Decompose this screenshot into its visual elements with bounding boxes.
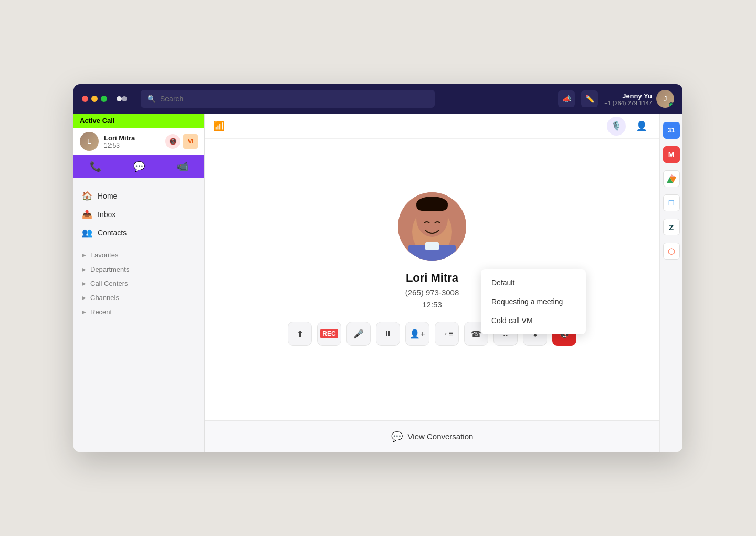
coaching-icon: ☎ bbox=[471, 329, 481, 339]
dropdown-cold-call[interactable]: Cold call VM bbox=[481, 311, 586, 330]
view-conversation-bar[interactable]: 💬 View Conversation bbox=[205, 420, 659, 452]
app-window: 🔍 📣 ✏️ Jenny Yu +1 (264) 279-1147 J bbox=[74, 84, 682, 452]
traffic-lights bbox=[82, 96, 107, 102]
svg-rect-6 bbox=[425, 242, 439, 250]
contact-name: Lori Mitra bbox=[406, 271, 458, 285]
screen-share-icon: ⬆ bbox=[297, 329, 303, 339]
intercom-icon[interactable]: □ bbox=[663, 194, 680, 211]
home-icon: 🏠 bbox=[82, 191, 92, 201]
contact-photo-svg bbox=[398, 192, 466, 261]
gdrive-icon[interactable] bbox=[663, 170, 680, 187]
caller-avatar-image: L bbox=[80, 132, 99, 151]
microphone-button[interactable]: 🎙️ bbox=[607, 117, 626, 136]
hubspot-icon[interactable]: ⬡ bbox=[663, 243, 680, 260]
signal-icon: 📶 bbox=[213, 120, 225, 132]
record-icon: REC bbox=[320, 329, 338, 338]
mute-icon: 🎤 bbox=[353, 329, 364, 339]
arrow-icon-departments: ▶ bbox=[82, 266, 86, 272]
nav-inbox-label: Inbox bbox=[98, 210, 116, 219]
arrow-icon-callcenters: ▶ bbox=[82, 281, 86, 286]
favorites-label: Favorites bbox=[90, 251, 118, 259]
nav-call-centers[interactable]: ▶ Call Centers bbox=[74, 276, 204, 291]
nav-inbox[interactable]: 📥 Inbox bbox=[74, 205, 204, 223]
header-right: 📣 ✏️ Jenny Yu +1 (264) 279-1147 J bbox=[558, 90, 674, 108]
contact-duration: 12:53 bbox=[422, 300, 442, 309]
zendesk-icon[interactable]: Z bbox=[663, 219, 680, 235]
nav-channels[interactable]: ▶ Channels bbox=[74, 291, 204, 305]
chat-icon: 💬 bbox=[133, 161, 145, 172]
add-call-button[interactable]: 👤+ bbox=[405, 322, 429, 346]
contact-photo bbox=[398, 192, 466, 261]
nav-favorites[interactable]: ▶ Favorites bbox=[74, 248, 204, 262]
mic-icon: 🎙️ bbox=[611, 121, 622, 131]
content-header-right: 🎙️ 👤 bbox=[607, 117, 651, 136]
active-call-section: Active Call L Lori Mitra 12:53 📵 Vi bbox=[74, 114, 204, 178]
svg-rect-8 bbox=[416, 200, 448, 211]
phone-action-button[interactable]: 📞 bbox=[74, 155, 117, 178]
dropdown-default[interactable]: Default bbox=[481, 273, 586, 292]
callcenters-label: Call Centers bbox=[90, 280, 128, 287]
mute-button[interactable]: 🎤 bbox=[346, 322, 371, 346]
view-conversation-label: View Conversation bbox=[408, 432, 474, 441]
nav-groups: ▶ Favorites ▶ Departments ▶ Call Centers… bbox=[74, 246, 204, 321]
recent-label: Recent bbox=[90, 308, 112, 316]
add-person-icon: 👤+ bbox=[410, 329, 425, 339]
close-button[interactable] bbox=[82, 96, 88, 102]
user-text: Jenny Yu +1 (264) 279-1147 bbox=[604, 92, 652, 106]
search-input[interactable] bbox=[160, 95, 428, 103]
online-indicator bbox=[669, 102, 674, 107]
app-logo bbox=[113, 90, 130, 107]
active-call-badge: Active Call bbox=[74, 114, 204, 128]
svg-point-0 bbox=[117, 96, 122, 101]
nav-home[interactable]: 🏠 Home bbox=[74, 187, 204, 205]
gmail-icon[interactable]: M bbox=[663, 146, 680, 163]
pause-icon: ⏸ bbox=[384, 329, 392, 338]
titlebar: 🔍 📣 ✏️ Jenny Yu +1 (264) 279-1147 J bbox=[74, 84, 682, 114]
calendar-icon[interactable]: 31 bbox=[663, 122, 680, 139]
channels-label: Channels bbox=[90, 294, 119, 302]
dropdown-requesting-meeting[interactable]: Requesting a meeting bbox=[481, 292, 586, 311]
caller-avatar: L bbox=[80, 132, 99, 151]
transfer-button[interactable]: →≡ bbox=[435, 322, 459, 346]
arrow-icon-recent: ▶ bbox=[82, 309, 86, 315]
svg-point-1 bbox=[122, 96, 127, 101]
minimize-button[interactable] bbox=[91, 96, 98, 102]
screen-share-button[interactable]: ⬆ bbox=[288, 322, 312, 346]
video-action-button[interactable]: 📹 bbox=[161, 155, 204, 178]
nav-departments[interactable]: ▶ Departments bbox=[74, 262, 204, 276]
profile-button[interactable]: 👤 bbox=[632, 117, 651, 136]
phone-icon: 📞 bbox=[90, 161, 101, 172]
compose-button[interactable]: ✏️ bbox=[581, 90, 598, 107]
search-icon: 🔍 bbox=[147, 95, 156, 103]
maximize-button[interactable] bbox=[101, 96, 107, 102]
chat-action-button[interactable]: 💬 bbox=[117, 155, 161, 178]
nav-section: 🏠 Home 📥 Inbox 👥 Contacts bbox=[74, 178, 204, 246]
inbox-icon: 📥 bbox=[82, 209, 92, 219]
record-button[interactable]: REC bbox=[317, 322, 341, 346]
search-bar[interactable]: 🔍 bbox=[141, 90, 435, 108]
caller-actions: 📵 Vi bbox=[165, 134, 198, 149]
departments-label: Departments bbox=[90, 265, 129, 273]
video-icon: 📹 bbox=[177, 161, 188, 172]
nav-home-label: Home bbox=[98, 192, 117, 200]
caller-row: L Lori Mitra 12:53 📵 Vi bbox=[74, 128, 204, 155]
hangup-small-button[interactable]: 📵 bbox=[165, 134, 180, 149]
arrow-icon-favorites: ▶ bbox=[82, 252, 86, 258]
user-avatar[interactable]: J bbox=[656, 90, 674, 108]
person-icon: 👤 bbox=[636, 120, 647, 132]
conversation-icon: 💬 bbox=[391, 431, 403, 442]
caller-name: Lori Mitra bbox=[104, 134, 160, 142]
content-header: 📶 🎙️ 👤 bbox=[205, 114, 659, 139]
nav-recent[interactable]: ▶ Recent bbox=[74, 305, 204, 319]
vi-badge[interactable]: Vi bbox=[183, 134, 198, 149]
nav-contacts[interactable]: 👥 Contacts bbox=[74, 223, 204, 242]
notifications-button[interactable]: 📣 bbox=[558, 90, 575, 107]
right-sidebar: 31 M □ Z ⬡ bbox=[659, 114, 682, 452]
pause-button[interactable]: ⏸ bbox=[376, 322, 400, 346]
contact-phone: (265) 973-3008 bbox=[405, 288, 459, 297]
call-action-buttons: 📞 💬 📹 bbox=[74, 155, 204, 178]
contacts-icon: 👥 bbox=[82, 228, 92, 238]
nav-contacts-label: Contacts bbox=[98, 229, 127, 237]
user-info: Jenny Yu +1 (264) 279-1147 J bbox=[604, 90, 674, 108]
sidebar: Active Call L Lori Mitra 12:53 📵 Vi bbox=[74, 114, 205, 452]
